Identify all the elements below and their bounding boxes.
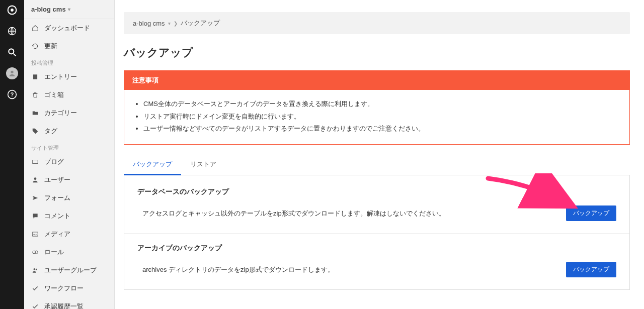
sidebar-item-usergroup[interactable]: ユーザーグループ: [24, 261, 114, 279]
alert-item: リストア実行時にドメイン変更を自動的に行います。: [143, 111, 620, 123]
sidebar-item-label: メディア: [44, 230, 70, 239]
blog-icon: [31, 158, 39, 166]
sidebar-item-label: ゴミ箱: [44, 90, 64, 99]
tab-backup[interactable]: バックアップ: [124, 155, 181, 175]
backup-database-button[interactable]: バックアップ: [566, 205, 616, 221]
backup-archive-button[interactable]: バックアップ: [566, 262, 616, 277]
breadcrumb: a-blog cms ▾ ❯ バックアップ: [124, 12, 630, 34]
main-content: a-blog cms ▾ ❯ バックアップ バックアップ 注意事項 CMS全体の…: [115, 0, 644, 302]
user-icon: [31, 176, 39, 184]
panel-section-archive: アーカイブのバックアップ archives ディレクトリのデータをzip形式でダ…: [124, 233, 629, 289]
alert-body: CMS全体のデータベースとアーカイブのデータを置き換える際に利用します。 リスト…: [124, 90, 629, 144]
sidebar-item-label: 承認履歴一覧: [44, 302, 84, 309]
sidebar-item-comment[interactable]: コメント: [24, 207, 114, 225]
globe-icon[interactable]: [6, 25, 18, 37]
svg-point-15: [36, 269, 37, 270]
help-icon[interactable]: ?: [6, 88, 18, 100]
usergroup-icon: [31, 266, 39, 274]
trash-icon: [31, 91, 39, 99]
svg-point-1: [11, 9, 14, 12]
sidebar-item-workflow[interactable]: ワークフロー: [24, 279, 114, 297]
sidebar-item-form[interactable]: フォーム: [24, 189, 114, 207]
sidebar-item-role[interactable]: ロール: [24, 243, 114, 261]
sidebar-item-label: コメント: [44, 212, 70, 221]
alert-item: CMS全体のデータベースとアーカイブのデータを置き換える際に利用します。: [143, 98, 620, 111]
sidebar-item-label: ブログ: [44, 157, 64, 166]
page-title: バックアップ: [124, 45, 630, 60]
sidebar-item-label: フォーム: [44, 193, 70, 202]
svg-rect-8: [33, 74, 37, 79]
sidebar-item-update[interactable]: 更新: [24, 37, 114, 55]
tabs: バックアップ リストア: [124, 155, 630, 175]
panel-section-database: データベースのバックアップ アクセスログとキャッシュ以外のテーブルをzip形式で…: [124, 175, 629, 233]
history-icon: [31, 302, 39, 309]
svg-point-3: [9, 49, 14, 54]
logo-icon[interactable]: [6, 4, 18, 16]
sidebar-item-media[interactable]: メディア: [24, 225, 114, 243]
sidebar-section-heading: 投稿管理: [24, 55, 114, 68]
sidebar-item-entry[interactable]: エントリー: [24, 68, 114, 86]
sidebar-item-label: エントリー: [44, 72, 77, 81]
sidebar-item-label: タグ: [44, 127, 57, 136]
comment-icon: [31, 212, 39, 220]
refresh-icon: [31, 42, 39, 50]
search-icon[interactable]: [6, 46, 18, 58]
entry-icon: [31, 73, 39, 81]
alert-item: ユーザー情報などすべてのデータがリストアするデータに置きかわりますのでご注意くだ…: [143, 123, 620, 135]
category-icon: [31, 109, 39, 117]
sidebar-item-label: カテゴリー: [44, 109, 77, 118]
sidebar-item-blog[interactable]: ブログ: [24, 153, 114, 171]
svg-point-10: [34, 177, 37, 180]
tag-icon: [31, 127, 39, 135]
sidebar-item-label: ワークフロー: [44, 284, 84, 293]
sidebar-item-category[interactable]: カテゴリー: [24, 104, 114, 122]
breadcrumb-item[interactable]: a-blog cms: [133, 20, 165, 27]
sidebar-item-label: ダッシュボード: [44, 24, 90, 33]
sidebar-item-user[interactable]: ユーザー: [24, 171, 114, 189]
sidebar: a-blog cms ▾ ダッシュボード 更新 投稿管理 エントリー ゴミ箱 カ…: [24, 0, 115, 309]
tab-restore[interactable]: リストア: [181, 155, 225, 175]
sidebar-item-dashboard[interactable]: ダッシュボード: [24, 19, 114, 37]
section-title: アーカイブのバックアップ: [137, 244, 616, 253]
section-title: データベースのバックアップ: [137, 187, 616, 196]
chevron-down-icon: ▾: [168, 21, 171, 26]
sidebar-title[interactable]: a-blog cms ▾: [24, 0, 114, 19]
alert-box: 注意事項 CMS全体のデータベースとアーカイブのデータを置き換える際に利用します…: [124, 70, 630, 145]
sidebar-title-text: a-blog cms: [31, 6, 66, 13]
svg-rect-9: [33, 160, 38, 164]
sidebar-item-label: 更新: [44, 42, 57, 51]
sidebar-item-label: ロール: [44, 248, 64, 257]
chevron-down-icon: ▾: [68, 7, 70, 12]
chevron-right-icon: ❯: [174, 21, 178, 26]
sidebar-item-label: ユーザーグループ: [44, 266, 97, 275]
home-icon: [31, 24, 39, 32]
breadcrumb-item: バックアップ: [181, 19, 220, 28]
section-text: archives ディレクトリのデータをzip形式でダウンロードします。: [137, 265, 334, 274]
iconbar: ?: [0, 0, 24, 309]
panel: データベースのバックアップ アクセスログとキャッシュ以外のテーブルをzip形式で…: [124, 175, 630, 290]
role-icon: [31, 248, 39, 256]
sidebar-item-label: ユーザー: [44, 175, 70, 184]
workflow-icon: [31, 284, 39, 292]
svg-line-4: [14, 54, 16, 56]
sidebar-item-history[interactable]: 承認履歴一覧: [24, 297, 114, 309]
alert-header: 注意事項: [124, 71, 629, 90]
avatar-icon[interactable]: [6, 67, 18, 79]
media-icon: [31, 230, 39, 238]
svg-point-14: [34, 268, 36, 270]
svg-text:?: ?: [11, 91, 14, 97]
section-text: アクセスログとキャッシュ以外のテーブルをzip形式でダウンロードします。解凍はし…: [137, 209, 445, 218]
sidebar-item-tag[interactable]: タグ: [24, 122, 114, 140]
sidebar-section-heading: サイト管理: [24, 140, 114, 153]
sidebar-item-trash[interactable]: ゴミ箱: [24, 86, 114, 104]
svg-point-5: [11, 71, 13, 73]
form-icon: [31, 194, 39, 202]
